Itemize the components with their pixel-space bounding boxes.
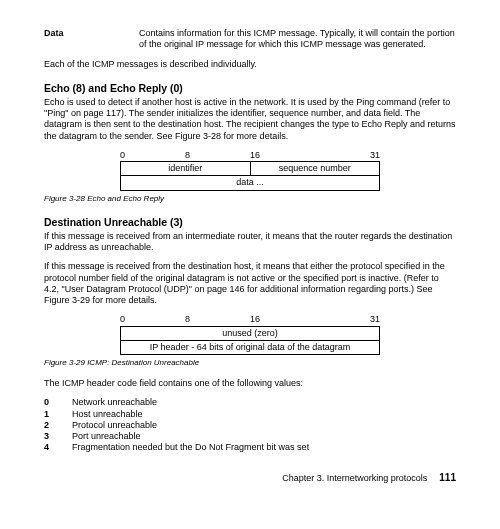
cell-unused: unused (zero) — [121, 326, 380, 340]
tick-label: 8 — [185, 150, 250, 161]
code-num: 3 — [44, 431, 72, 442]
definition-term: Data — [44, 28, 139, 51]
definition-row: Data Contains information for this ICMP … — [44, 28, 456, 51]
code-text: Fragmentation needed but the Do Not Frag… — [72, 442, 309, 453]
list-item: 2Protocol unreachable — [44, 420, 456, 431]
echo-caption: Figure 3-28 Echo and Echo Reply — [44, 194, 456, 204]
dest-tick-row: 0 8 16 31 — [120, 314, 380, 325]
figure-echo: 0 8 16 31 identifier sequence number dat… — [44, 150, 456, 191]
intro-paragraph: Each of the ICMP messages is described i… — [44, 59, 456, 70]
dest-p2: If this message is received from the des… — [44, 261, 456, 306]
cell-sequence: sequence number — [250, 162, 380, 176]
cell-data: data ... — [121, 176, 380, 190]
dest-p1: If this message is received from an inte… — [44, 231, 456, 254]
list-item: 1Host unreachable — [44, 409, 456, 420]
definition-body: Contains information for this ICMP messa… — [139, 28, 456, 51]
tick-label: 31 — [315, 314, 380, 325]
codes-list: 0Network unreachable 1Host unreachable 2… — [44, 397, 456, 453]
dest-heading: Destination Unreachable (3) — [44, 216, 456, 229]
echo-heading: Echo (8) and Echo Reply (0) — [44, 82, 456, 95]
cell-ipheader: IP header - 64 bits of original data of … — [121, 340, 380, 354]
code-text: Protocol unreachable — [72, 420, 157, 431]
tick-label: 8 — [185, 314, 250, 325]
codes-intro: The ICMP header code field contains one … — [44, 378, 456, 389]
code-num: 4 — [44, 442, 72, 453]
page-footer: Chapter 3. Internetworking protocols 111 — [44, 472, 456, 485]
dest-packet-table: unused (zero) IP header - 64 bits of ori… — [120, 326, 380, 356]
chapter-label: Chapter 3. Internetworking protocols — [282, 473, 427, 484]
page-number: 111 — [439, 472, 456, 485]
dest-caption: Figure 3-29 ICMP: Destination Unreachabl… — [44, 358, 456, 368]
code-num: 2 — [44, 420, 72, 431]
cell-identifier: identifier — [121, 162, 251, 176]
list-item: 0Network unreachable — [44, 397, 456, 408]
tick-label: 0 — [120, 314, 185, 325]
code-num: 1 — [44, 409, 72, 420]
echo-tick-row: 0 8 16 31 — [120, 150, 380, 161]
tick-label: 31 — [315, 150, 380, 161]
tick-label: 16 — [250, 314, 315, 325]
echo-body: Echo is used to detect if another host i… — [44, 97, 456, 142]
list-item: 4Fragmentation needed but the Do Not Fra… — [44, 442, 456, 453]
code-text: Host unreachable — [72, 409, 143, 420]
list-item: 3Port unreachable — [44, 431, 456, 442]
code-text: Network unreachable — [72, 397, 157, 408]
echo-packet-table: identifier sequence number data ... — [120, 161, 380, 191]
tick-label: 0 — [120, 150, 185, 161]
code-text: Port unreachable — [72, 431, 141, 442]
code-num: 0 — [44, 397, 72, 408]
tick-label: 16 — [250, 150, 315, 161]
figure-dest: 0 8 16 31 unused (zero) IP header - 64 b… — [44, 314, 456, 355]
